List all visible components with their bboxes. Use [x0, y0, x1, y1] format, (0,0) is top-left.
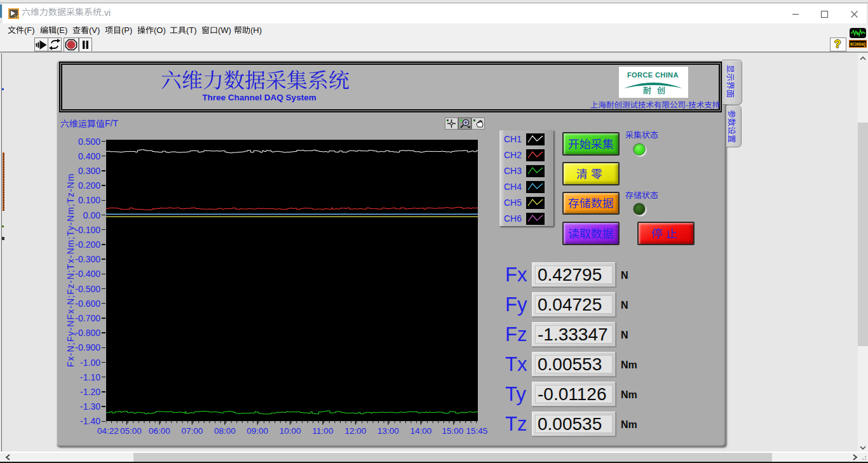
svg-text:NC3HDAQ: NC3HDAQ: [850, 42, 865, 47]
svg-text:FORCE CHINA: FORCE CHINA: [627, 71, 679, 79]
svg-text:14: 14: [14, 15, 18, 18]
